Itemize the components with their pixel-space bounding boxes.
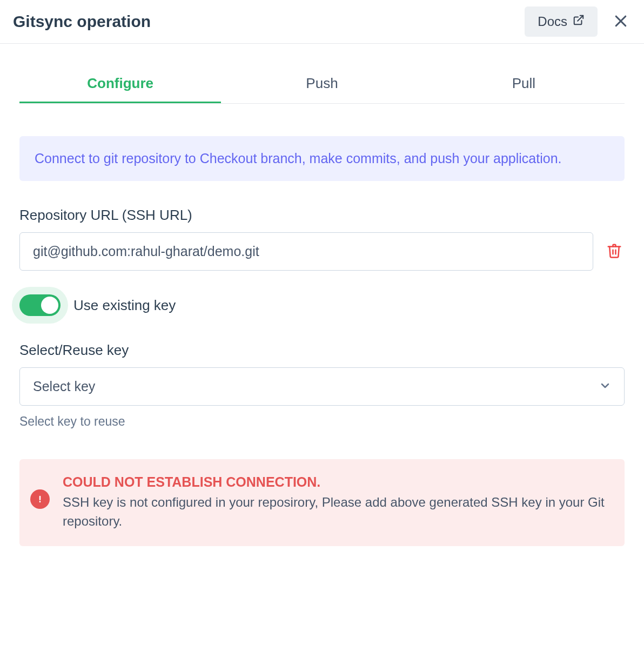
repo-url-row bbox=[19, 232, 625, 271]
error-message: SSH key is not configured in your reposi… bbox=[63, 493, 609, 531]
use-existing-key-row: Use existing key bbox=[19, 294, 625, 316]
select-key-input[interactable]: Select key bbox=[19, 367, 625, 406]
select-key-label: Select/Reuse key bbox=[19, 342, 625, 359]
repo-url-input[interactable] bbox=[19, 232, 593, 271]
use-existing-key-toggle[interactable] bbox=[19, 294, 61, 316]
header-actions: Docs bbox=[525, 6, 631, 37]
error-icon bbox=[30, 489, 50, 509]
tab-configure[interactable]: Configure bbox=[19, 65, 221, 103]
select-key-wrapper: Select key bbox=[19, 367, 625, 406]
svg-line-0 bbox=[578, 16, 583, 21]
toggle-knob bbox=[41, 297, 58, 314]
tab-pull[interactable]: Pull bbox=[423, 65, 625, 103]
trash-icon bbox=[606, 252, 622, 260]
close-button[interactable] bbox=[611, 11, 631, 33]
dialog-title: Gitsync operation bbox=[13, 12, 151, 31]
docs-label: Docs bbox=[538, 14, 567, 29]
tab-push[interactable]: Push bbox=[221, 65, 422, 103]
error-body: COULD NOT ESTABLISH CONNECTION. SSH key … bbox=[63, 474, 609, 531]
delete-repo-button[interactable] bbox=[604, 240, 625, 263]
repo-url-field: Repository URL (SSH URL) bbox=[19, 207, 625, 271]
external-link-icon bbox=[573, 14, 585, 29]
select-key-field: Select/Reuse key Select key Select key t… bbox=[19, 342, 625, 429]
repo-url-label: Repository URL (SSH URL) bbox=[19, 207, 625, 224]
info-banner: Connect to git repository to Checkout br… bbox=[19, 136, 625, 181]
error-banner: COULD NOT ESTABLISH CONNECTION. SSH key … bbox=[19, 459, 625, 546]
docs-button[interactable]: Docs bbox=[525, 6, 598, 37]
close-icon bbox=[613, 23, 629, 31]
dialog-content: Configure Push Pull Connect to git repos… bbox=[0, 65, 644, 566]
error-title: COULD NOT ESTABLISH CONNECTION. bbox=[63, 474, 609, 490]
use-existing-key-label: Use existing key bbox=[73, 297, 176, 314]
select-key-helper: Select key to reuse bbox=[19, 414, 625, 429]
dialog-header: Gitsync operation Docs bbox=[0, 0, 644, 44]
tabs: Configure Push Pull bbox=[19, 65, 625, 104]
